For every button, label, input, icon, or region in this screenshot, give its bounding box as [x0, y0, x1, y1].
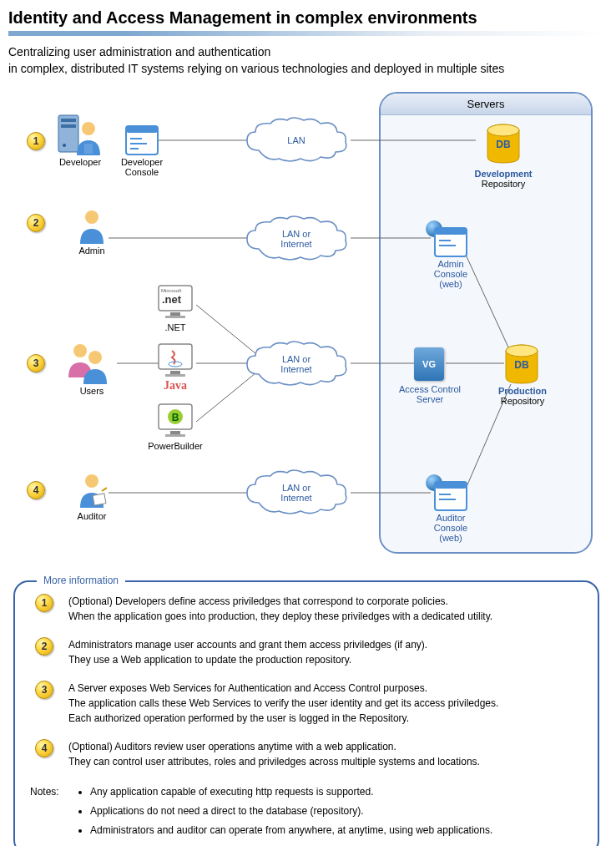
auditor-console-icon	[434, 481, 467, 511]
note-item-2: Applications do not need a direct to the…	[90, 802, 583, 821]
cloud-lan-1: LAN	[242, 117, 351, 164]
svg-rect-29	[435, 228, 467, 235]
info-2-line1: Administrators manage user accounts and …	[68, 639, 427, 651]
notes-label: Notes:	[30, 783, 75, 839]
svg-point-27	[85, 210, 98, 224]
architecture-diagram: Servers	[8, 92, 608, 564]
dev-db-icon: DB	[486, 124, 521, 164]
svg-point-26	[487, 124, 519, 136]
developer-console-icon	[125, 125, 159, 155]
acs-label: Access Control Server	[392, 384, 467, 404]
info-badge-2: 2	[35, 637, 53, 656]
svg-rect-38	[170, 371, 180, 374]
info-badge-4: 4	[35, 739, 53, 757]
users-label: Users	[68, 386, 115, 396]
title-underline	[8, 31, 608, 36]
svg-point-17	[63, 144, 66, 147]
cloud-4-label: LAN or Internet	[242, 483, 351, 503]
svg-rect-49	[93, 494, 106, 505]
powerbuilder-monitor-icon: B	[157, 403, 194, 439]
notes-list: Any application capable of executing htt…	[75, 783, 583, 839]
svg-rect-21	[126, 126, 158, 133]
svg-point-48	[85, 474, 98, 488]
cloud-3: LAN or Internet	[242, 341, 351, 388]
dotnet-label: .NET	[157, 322, 194, 332]
prod-db-icon: DB	[504, 344, 539, 384]
subtitle-line2: in complex, distributed IT systems relyi…	[8, 62, 504, 75]
info-3-line2: The application calls these Web Services…	[68, 697, 498, 709]
cloud-4: LAN or Internet	[242, 469, 351, 516]
svg-rect-37	[159, 344, 192, 369]
prod-repo-sub: Repository	[501, 396, 545, 406]
svg-rect-43	[165, 434, 185, 437]
auditor-person-icon	[77, 473, 107, 508]
dev-repo-sub: Repository	[482, 179, 526, 189]
info-1-line1: (Optional) Developers define access priv…	[68, 595, 448, 607]
svg-rect-35	[170, 312, 180, 316]
svg-point-33	[88, 351, 102, 364]
admin-label: Admin	[68, 246, 115, 256]
info-text-3: A Server exposes Web Services for Authen…	[68, 681, 583, 726]
info-text-1: (Optional) Developers define access priv…	[68, 594, 583, 624]
java-monitor-icon	[157, 342, 194, 379]
info-row-4: 4 (Optional) Auditors review user operat…	[30, 739, 583, 769]
subtitle-line1: Centralizing user administration and aut…	[8, 45, 270, 58]
info-row-1: 1 (Optional) Developers define access pr…	[30, 594, 583, 624]
svg-rect-52	[435, 482, 467, 489]
info-4-line2: They can control user attributes, roles …	[68, 756, 480, 767]
auditor-label: Auditor	[68, 511, 115, 521]
info-badge-3: 3	[35, 681, 53, 699]
info-2-line2: They use a Web application to update the…	[68, 654, 351, 666]
access-control-server-icon: VG	[414, 347, 444, 381]
java-label: Java	[154, 379, 197, 393]
developer-label: Developer	[57, 157, 104, 167]
more-information-legend: More information	[37, 575, 125, 586]
prod-db-text: DB	[504, 359, 539, 371]
cloud-2-label: LAN or Internet	[242, 229, 351, 249]
cloud-lan-1-label: LAN	[242, 135, 351, 145]
info-4-line1: (Optional) Auditors review user operatio…	[68, 741, 396, 752]
admin-console-icon	[434, 227, 467, 257]
svg-rect-39	[165, 374, 185, 377]
dev-repo-title: Development	[474, 169, 532, 179]
svg-line-50	[102, 488, 107, 491]
svg-point-47	[506, 345, 538, 357]
page-title: Identity and Access Management in comple…	[8, 8, 608, 28]
info-3-line1: A Server exposes Web Services for Authen…	[68, 682, 427, 694]
dotnet-icon-text: .net	[162, 293, 181, 306]
info-1-line2: When the application goes into productio…	[68, 610, 492, 622]
info-row-3: 3 A Server exposes Web Services for Auth…	[30, 681, 583, 726]
admin-person-icon	[77, 209, 107, 244]
cloud-3-label: LAN or Internet	[242, 354, 351, 374]
auditor-console-label: Auditor Console (web)	[417, 513, 484, 543]
notes-row: Notes: Any application capable of execut…	[30, 783, 583, 839]
info-text-2: Administrators manage user accounts and …	[68, 637, 583, 667]
dev-db-text: DB	[486, 139, 521, 150]
note-item-3: Administrators and auditor can operate f…	[90, 821, 583, 840]
svg-point-18	[82, 122, 95, 135]
info-row-2: 2 Administrators manage user accounts an…	[30, 637, 583, 667]
svg-rect-36	[165, 316, 185, 318]
admin-console-label: Admin Console (web)	[417, 259, 484, 289]
dev-repo-label: Development Repository	[462, 169, 544, 189]
cloud-2: LAN or Internet	[242, 215, 351, 262]
users-person-icon-front	[80, 349, 110, 384]
developer-console-label: Developer Console	[115, 157, 169, 177]
developer-person-icon	[73, 120, 104, 155]
svg-rect-19	[84, 144, 93, 154]
dotnet-monitor-icon: Microsoft .net	[157, 284, 194, 321]
page-subtitle: Centralizing user administration and aut…	[8, 44, 608, 77]
info-badge-1: 1	[35, 594, 53, 612]
powerbuilder-label: PowerBuilder	[140, 441, 210, 451]
info-text-4: (Optional) Auditors review user operatio…	[68, 739, 583, 769]
note-item-1: Any application capable of executing htt…	[90, 783, 583, 802]
prod-repo-title: Production	[498, 386, 547, 396]
svg-text:B: B	[172, 412, 179, 423]
svg-rect-42	[170, 431, 180, 434]
info-3-line3: Each authorized operation performed by t…	[68, 712, 409, 724]
prod-repo-label: Production Repository	[486, 386, 559, 406]
more-information-box: More information 1 (Optional) Developers…	[13, 580, 599, 846]
